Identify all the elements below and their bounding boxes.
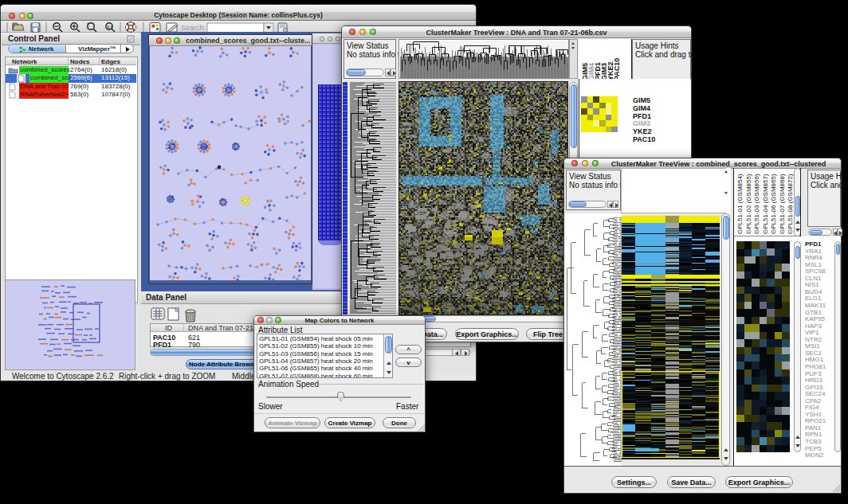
svg-text:Search:: Search: <box>181 24 206 32</box>
svg-text:1:1: 1:1 <box>107 25 112 29</box>
